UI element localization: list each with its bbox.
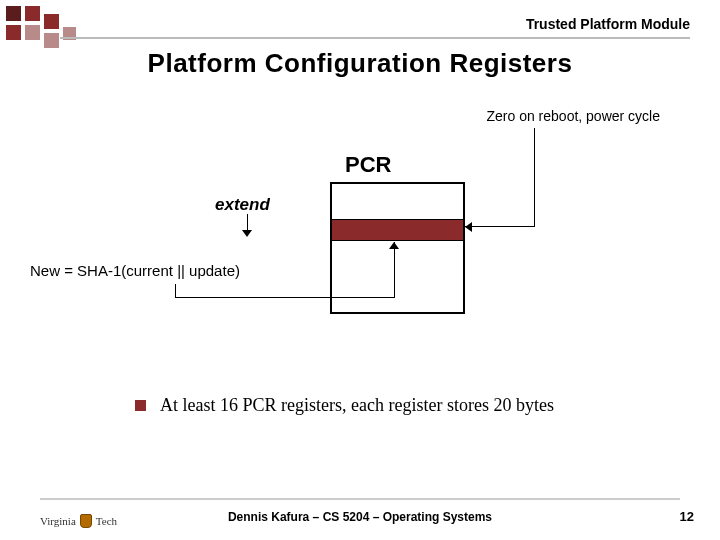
header-context: Trusted Platform Module	[526, 16, 690, 32]
annotation-extend: extend	[215, 195, 270, 215]
page-number: 12	[680, 509, 694, 524]
bullet-text: At least 16 PCR registers, each register…	[160, 395, 554, 416]
connector-line	[534, 128, 535, 226]
page-title: Platform Configuration Registers	[0, 48, 720, 79]
deco-square	[44, 14, 59, 29]
arrow-icon	[465, 222, 472, 232]
bullet-item: At least 16 PCR registers, each register…	[135, 395, 554, 416]
deco-square	[6, 6, 21, 21]
footer-divider	[40, 498, 680, 500]
header-divider	[60, 37, 690, 39]
deco-square	[44, 33, 59, 48]
annotation-formula: New = SHA-1(current || update)	[30, 262, 240, 279]
connector-line	[175, 297, 395, 298]
pcr-label: PCR	[345, 152, 391, 178]
arrow-icon	[389, 242, 399, 249]
deco-square	[25, 25, 40, 40]
annotation-zero: Zero on reboot, power cycle	[486, 108, 660, 124]
bullet-icon	[135, 400, 146, 411]
slide: Trusted Platform Module Platform Configu…	[0, 0, 720, 540]
pcr-highlight-border	[330, 219, 465, 241]
connector-line	[175, 284, 176, 298]
arrow-icon	[242, 230, 252, 237]
footer-text: Dennis Kafura – CS 5204 – Operating Syst…	[0, 510, 720, 524]
connector-line	[394, 242, 395, 298]
connector-line	[465, 226, 535, 227]
deco-square	[6, 25, 21, 40]
deco-square	[25, 6, 40, 21]
